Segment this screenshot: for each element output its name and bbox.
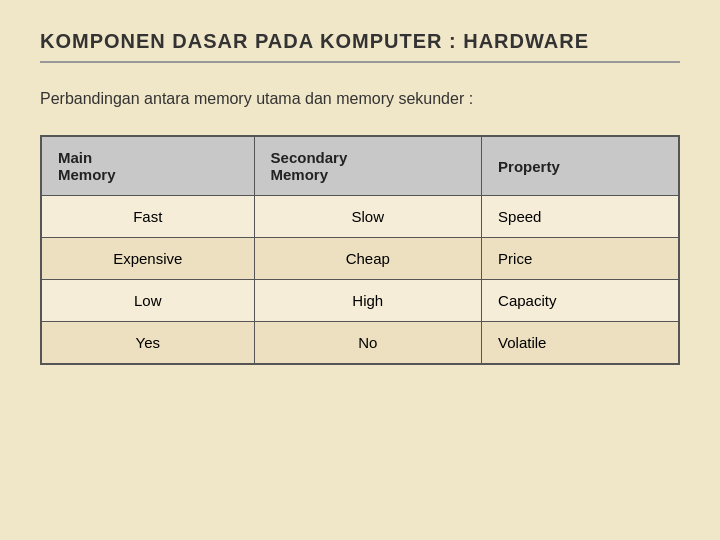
cell-property: Volatile <box>482 322 679 365</box>
table-row: YesNoVolatile <box>41 322 679 365</box>
table-row: FastSlowSpeed <box>41 196 679 238</box>
page-title: KOMPONEN DASAR PADA KOMPUTER : HARDWARE <box>40 30 680 63</box>
cell-main: Expensive <box>41 238 254 280</box>
cell-secondary: Slow <box>254 196 482 238</box>
header-secondary-memory: SecondaryMemory <box>254 136 482 196</box>
cell-property: Price <box>482 238 679 280</box>
header-property: Property <box>482 136 679 196</box>
page: KOMPONEN DASAR PADA KOMPUTER : HARDWARE … <box>0 0 720 540</box>
table-header-row: MainMemory SecondaryMemory Property <box>41 136 679 196</box>
cell-secondary: Cheap <box>254 238 482 280</box>
table-row: ExpensiveCheapPrice <box>41 238 679 280</box>
cell-property: Speed <box>482 196 679 238</box>
cell-main: Fast <box>41 196 254 238</box>
cell-secondary: High <box>254 280 482 322</box>
cell-secondary: No <box>254 322 482 365</box>
cell-main: Yes <box>41 322 254 365</box>
comparison-table: MainMemory SecondaryMemory Property Fast… <box>40 135 680 365</box>
subtitle: Perbandingan antara memory utama dan mem… <box>40 87 680 111</box>
cell-property: Capacity <box>482 280 679 322</box>
table-row: LowHighCapacity <box>41 280 679 322</box>
cell-main: Low <box>41 280 254 322</box>
header-main-memory: MainMemory <box>41 136 254 196</box>
